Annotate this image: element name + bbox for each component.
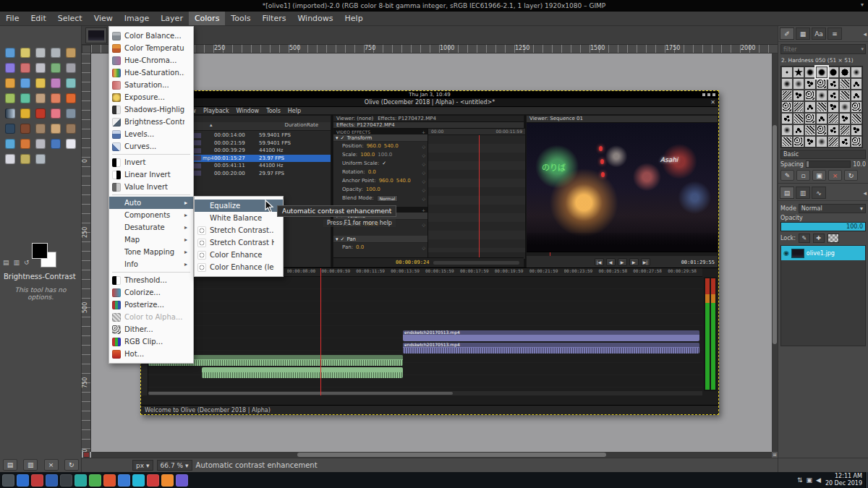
menu-item-hue-chroma[interactable]: Hue-Chroma...: [109, 54, 193, 67]
brush-thumb[interactable]: [827, 67, 839, 78]
brush-thumb[interactable]: [804, 90, 816, 101]
handle-transform-tool[interactable]: [63, 75, 78, 90]
launcher-menu[interactable]: [2, 474, 14, 487]
menu-item-invert[interactable]: Invert: [109, 156, 193, 168]
menu-item-rgb-clip[interactable]: RGB Clip...: [109, 335, 193, 348]
brush-thumb[interactable]: [781, 67, 793, 78]
layer-row[interactable]: ◉ olive1.jpg: [781, 246, 865, 260]
rectangle-select-tool[interactable]: [33, 45, 48, 60]
menu-item-brightness-contrast[interactable]: Brightness-Contrast...: [109, 116, 193, 128]
mypaint-brush-tool[interactable]: [17, 121, 33, 136]
menu-item-auto[interactable]: Auto: [109, 197, 193, 209]
menu-image[interactable]: Image: [119, 12, 155, 25]
menu-item[interactable]: [109, 270, 193, 274]
brush-thumb[interactable]: [793, 78, 804, 90]
dock-menu-icon[interactable]: ◂: [863, 189, 867, 197]
brush-thumb[interactable]: [804, 113, 816, 124]
brush-thumb[interactable]: [816, 101, 827, 113]
brush-thumb[interactable]: [804, 101, 816, 113]
tab-undo-history[interactable]: ↺: [24, 259, 30, 266]
brush-thumb[interactable]: [839, 113, 851, 124]
layer-opacity-slider[interactable]: 100.0: [780, 222, 866, 231]
brush-thumb[interactable]: [827, 90, 839, 101]
fuzzy-select-tool[interactable]: [2, 60, 17, 75]
color-picker-tool[interactable]: [2, 151, 17, 166]
submenu-item-stretch-contrast[interactable]: Stretch Contrast...: [195, 224, 283, 236]
menu-help[interactable]: Help: [339, 12, 369, 25]
brush-thumb[interactable]: [781, 113, 793, 124]
scissors-select-tool[interactable]: [33, 60, 48, 75]
brush-thumb[interactable]: [804, 78, 816, 90]
brush-thumb[interactable]: [781, 78, 793, 90]
brush-thumb[interactable]: [827, 136, 839, 147]
lock-position-icon[interactable]: ✚: [813, 234, 825, 243]
select-by-color-tool[interactable]: [17, 60, 33, 75]
tab-device-status[interactable]: ▥: [14, 259, 20, 266]
brush-thumb[interactable]: [827, 113, 839, 124]
tab-document-history[interactable]: ≡: [827, 27, 842, 40]
menu-item-shadows-highlights[interactable]: Shadows-Highlights...: [109, 103, 193, 116]
network-tray-icon[interactable]: ⇅: [797, 476, 803, 484]
menu-item-linear-invert[interactable]: Linear Invert: [109, 168, 193, 181]
brush-thumb[interactable]: [793, 67, 804, 78]
taskbar-clock[interactable]: 12:11 AM 20 Dec 2019: [825, 473, 862, 487]
launcher-browser[interactable]: [17, 474, 29, 487]
brush-thumb-selected[interactable]: [816, 67, 827, 78]
brush-thumb[interactable]: [839, 101, 851, 113]
foreground-color-swatch[interactable]: [32, 243, 48, 259]
bucket-fill-tool[interactable]: [63, 90, 78, 106]
brush-thumb[interactable]: [804, 136, 816, 147]
ruler-corner-button[interactable]: [82, 45, 91, 53]
launcher-office[interactable]: [161, 474, 174, 487]
new-brush-button[interactable]: ▫: [796, 170, 810, 181]
panel-tray-icon[interactable]: ▾: [861, 1, 864, 8]
menu-item-components[interactable]: Components: [109, 209, 193, 221]
menu-tools[interactable]: Tools: [225, 12, 256, 25]
crop-tool[interactable]: [63, 60, 78, 75]
menu-item-tone-mapping[interactable]: Tone Mapping: [109, 246, 193, 258]
spacing-slider[interactable]: [806, 160, 851, 168]
reset-tool-options-button[interactable]: ↻: [64, 459, 79, 471]
brush-thumb[interactable]: [804, 67, 816, 78]
menu-item-saturation[interactable]: Saturation...: [109, 79, 193, 91]
menu-item-map[interactable]: Map: [109, 234, 193, 246]
brush-thumb[interactable]: [839, 124, 851, 136]
brush-thumb[interactable]: [793, 101, 804, 113]
menu-item-color-balance[interactable]: Color Balance...: [109, 30, 193, 42]
visibility-eye-icon[interactable]: ◉: [783, 249, 789, 257]
brush-thumb[interactable]: [793, 113, 804, 124]
brush-thumb[interactable]: [816, 113, 827, 124]
menu-filters[interactable]: Filters: [256, 12, 292, 25]
brush-thumb[interactable]: [816, 124, 827, 136]
brush-thumb[interactable]: [793, 90, 804, 101]
ink-tool[interactable]: [2, 121, 17, 136]
perspective-clone-tool[interactable]: [63, 121, 78, 136]
delete-brush-button[interactable]: ×: [828, 170, 842, 181]
volume-tray-icon[interactable]: ◀: [816, 476, 821, 484]
free-select-tool[interactable]: [63, 45, 78, 60]
menu-colors[interactable]: Colors: [189, 12, 225, 25]
brush-tag-entry[interactable]: Basic: [780, 150, 866, 159]
text-tool[interactable]: [63, 136, 78, 151]
submenu-item-color-enhance[interactable]: Color Enhance: [195, 249, 283, 261]
refresh-brushes-button[interactable]: ↻: [844, 170, 858, 181]
menu-item-dither[interactable]: Dither...: [109, 323, 193, 335]
scale-tool[interactable]: [33, 75, 48, 90]
smudge-tool[interactable]: [17, 136, 33, 151]
show-desktop-button[interactable]: [865, 472, 868, 488]
brush-thumb[interactable]: [851, 78, 862, 90]
brush-thumb[interactable]: [839, 78, 851, 90]
duplicate-brush-button[interactable]: ▣: [812, 170, 826, 181]
menu-layer[interactable]: Layer: [155, 12, 189, 25]
menu-item-exposure[interactable]: Exposure...: [109, 91, 193, 103]
measure-tool[interactable]: [17, 151, 33, 166]
shear-tool[interactable]: [48, 75, 63, 90]
rotate-tool[interactable]: [17, 75, 33, 90]
paths-tool[interactable]: [48, 136, 63, 151]
tab-fonts[interactable]: Aa: [812, 27, 826, 40]
menu-item-color-to-alpha[interactable]: Color to Alpha...: [109, 311, 193, 323]
brush-thumb[interactable]: [781, 90, 793, 101]
blur-sharpen-tool[interactable]: [2, 136, 17, 151]
menu-item-curves[interactable]: Curves...: [109, 140, 193, 153]
launcher-chat[interactable]: [118, 474, 130, 487]
